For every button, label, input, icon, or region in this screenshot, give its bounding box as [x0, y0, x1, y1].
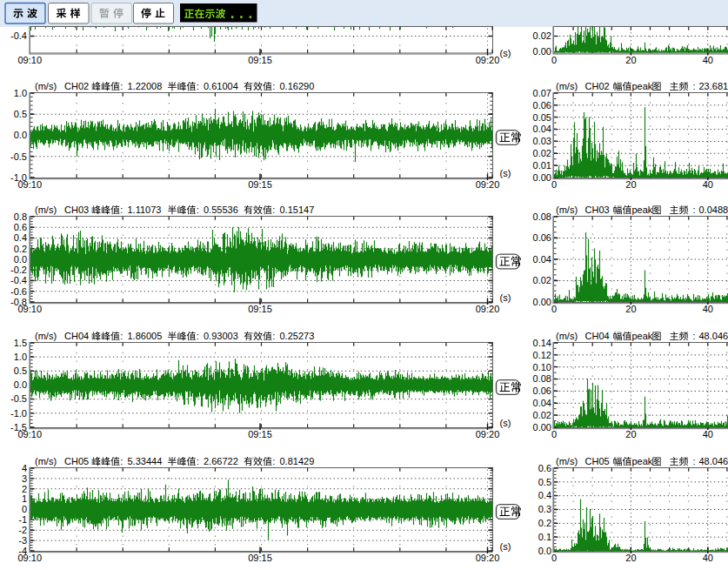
svg-text:0.25273: 0.25273 [280, 331, 315, 341]
svg-text:0.12: 0.12 [533, 350, 551, 360]
svg-text:1.11073: 1.11073 [128, 205, 162, 215]
svg-text:0.04: 0.04 [533, 124, 551, 134]
svg-text:(m/s): (m/s) [35, 81, 57, 91]
svg-text:2: 2 [22, 484, 27, 494]
svg-text::: : [120, 81, 123, 91]
svg-text:20: 20 [625, 429, 636, 439]
svg-text:1.86005: 1.86005 [128, 331, 163, 341]
svg-text:peak: peak [632, 205, 653, 215]
svg-text:(m/s): (m/s) [556, 331, 578, 341]
svg-text:0.6: 0.6 [538, 463, 551, 473]
svg-text:0: 0 [551, 179, 557, 190]
svg-text:0.07: 0.07 [533, 88, 551, 98]
svg-text:2.66722: 2.66722 [204, 456, 238, 466]
svg-text:0.02: 0.02 [533, 30, 551, 41]
svg-text::: : [272, 456, 275, 466]
svg-text:09:20: 09:20 [476, 179, 500, 190]
svg-text:09:10: 09:10 [18, 429, 43, 439]
svg-text:(m/s): (m/s) [35, 205, 57, 215]
svg-text:0.14: 0.14 [533, 338, 551, 348]
svg-text:48.046: 48.046 [699, 331, 728, 341]
svg-text:09:10: 09:10 [18, 553, 43, 563]
svg-text:09:10: 09:10 [18, 304, 43, 314]
svg-text:-0.4: -0.4 [10, 30, 27, 41]
svg-text:(s): (s) [500, 292, 511, 303]
svg-text:0.0: 0.0 [14, 130, 27, 140]
svg-text:0.05: 0.05 [533, 112, 551, 123]
svg-text:CH02: CH02 [585, 81, 610, 91]
svg-text:0.00: 0.00 [533, 297, 551, 307]
svg-text:-2: -2 [18, 525, 27, 535]
svg-text:40: 40 [703, 304, 713, 314]
svg-text:0.81429: 0.81429 [280, 456, 315, 466]
svg-text:09:20: 09:20 [476, 304, 500, 314]
svg-text:0: 0 [551, 304, 557, 314]
svg-text:0.02: 0.02 [533, 148, 551, 158]
svg-text:0.08: 0.08 [533, 211, 551, 222]
svg-text:0.5: 0.5 [14, 109, 27, 119]
svg-text:20: 20 [625, 553, 636, 563]
svg-text:0.02: 0.02 [533, 275, 551, 285]
svg-text::: : [272, 81, 275, 91]
svg-text:09:15: 09:15 [248, 429, 272, 439]
svg-text:0.00: 0.00 [533, 422, 551, 433]
svg-text:0.4: 0.4 [538, 490, 551, 500]
svg-text:CH05: CH05 [64, 456, 89, 466]
svg-text:CH04: CH04 [585, 331, 610, 341]
svg-text:0.93003: 0.93003 [204, 331, 238, 341]
svg-text:(s): (s) [500, 541, 511, 552]
svg-text::: : [197, 331, 199, 341]
svg-text:0.08: 0.08 [533, 373, 551, 384]
svg-text:20: 20 [625, 55, 636, 65]
svg-text::: : [272, 331, 275, 341]
svg-text:4: 4 [22, 463, 27, 473]
svg-text:1.5: 1.5 [14, 338, 27, 348]
svg-text:0: 0 [551, 553, 557, 563]
svg-text:(m/s): (m/s) [35, 331, 57, 341]
svg-text:0.16290: 0.16290 [280, 81, 315, 91]
svg-text::: : [197, 81, 199, 91]
svg-text::: : [120, 331, 123, 341]
svg-text:peak: peak [632, 456, 653, 466]
svg-text:-1: -1 [18, 514, 27, 525]
svg-text:(s): (s) [500, 418, 511, 428]
svg-text:48.046: 48.046 [699, 456, 728, 466]
svg-text:0.55536: 0.55536 [204, 205, 238, 215]
svg-text:0.5: 0.5 [538, 477, 551, 487]
svg-text::: : [693, 205, 696, 215]
svg-text:-0.2: -0.2 [10, 265, 27, 275]
svg-text:0.0: 0.0 [14, 254, 27, 265]
svg-text:0.15147: 0.15147 [280, 205, 315, 215]
svg-text::: : [120, 456, 123, 466]
svg-text:3: 3 [22, 473, 27, 484]
svg-text:0.0488: 0.0488 [699, 205, 728, 215]
svg-text:-0.5: -0.5 [10, 151, 27, 162]
svg-text:CH03: CH03 [585, 205, 610, 215]
svg-text::: : [272, 205, 275, 215]
svg-text:(s): (s) [500, 168, 511, 178]
svg-text:-0.4: -0.4 [10, 275, 27, 285]
svg-text:0.06: 0.06 [533, 100, 551, 111]
svg-text:(m/s): (m/s) [556, 81, 578, 91]
svg-text:0.5: 0.5 [14, 365, 27, 376]
svg-text:09:15: 09:15 [248, 55, 272, 65]
svg-text:40: 40 [703, 429, 713, 439]
svg-text:09:20: 09:20 [476, 55, 500, 65]
svg-text:09:15: 09:15 [248, 179, 272, 190]
svg-text:0.0: 0.0 [14, 379, 27, 390]
svg-text:0.06: 0.06 [533, 386, 551, 396]
svg-text:0.3: 0.3 [538, 504, 551, 514]
svg-text:0.4: 0.4 [14, 232, 27, 243]
svg-text:(m/s): (m/s) [556, 456, 578, 466]
svg-text:0.06: 0.06 [533, 232, 551, 243]
svg-text:1.0: 1.0 [14, 352, 27, 362]
svg-text:CH03: CH03 [64, 205, 89, 215]
svg-text:1.22008: 1.22008 [128, 81, 163, 91]
svg-text:0.8: 0.8 [14, 211, 27, 222]
svg-text::: : [197, 456, 199, 466]
svg-text:0: 0 [551, 429, 557, 439]
svg-text:20: 20 [625, 304, 636, 314]
svg-text:20: 20 [625, 179, 636, 190]
svg-text:-0.6: -0.6 [10, 286, 27, 297]
svg-text:0.1: 0.1 [538, 532, 551, 542]
